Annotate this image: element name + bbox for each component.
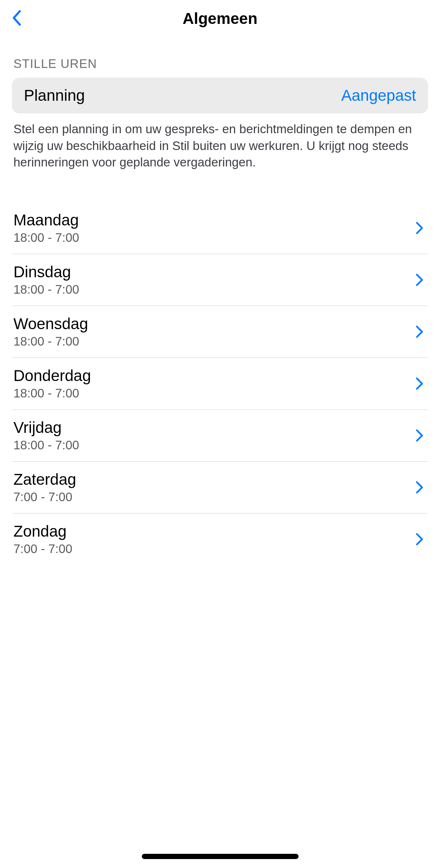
day-time: 18:00 - 7:00: [13, 334, 88, 349]
day-time: 18:00 - 7:00: [13, 386, 91, 400]
planning-row[interactable]: Planning Aangepast: [12, 78, 428, 113]
day-name: Zondag: [13, 522, 72, 540]
day-info: Woensdag 18:00 - 7:00: [13, 315, 88, 349]
planning-label: Planning: [24, 87, 85, 104]
chevron-right-icon: [415, 221, 424, 235]
day-time: 18:00 - 7:00: [13, 438, 79, 452]
days-list: Maandag 18:00 - 7:00 Dinsdag 18:00 - 7:0…: [12, 202, 428, 565]
chevron-right-icon: [415, 325, 424, 338]
day-info: Maandag 18:00 - 7:00: [13, 211, 79, 245]
chevron-right-icon: [415, 377, 424, 390]
day-row-thursday[interactable]: Donderdag 18:00 - 7:00: [12, 358, 428, 410]
day-name: Dinsdag: [13, 263, 79, 281]
section-description: Stel een planning in om uw gespreks- en …: [13, 121, 413, 171]
day-name: Zaterdag: [13, 471, 76, 488]
page-title: Algemeen: [182, 10, 258, 28]
chevron-right-icon: [415, 429, 424, 442]
day-time: 7:00 - 7:00: [13, 490, 76, 504]
day-name: Donderdag: [13, 367, 91, 385]
chevron-right-icon: [415, 481, 424, 494]
day-info: Donderdag 18:00 - 7:00: [13, 367, 91, 400]
day-time: 18:00 - 7:00: [13, 231, 79, 245]
section-header: STILLE UREN: [13, 57, 428, 71]
day-name: Woensdag: [13, 315, 88, 333]
header: Algemeen: [0, 0, 440, 37]
day-row-tuesday[interactable]: Dinsdag 18:00 - 7:00: [12, 254, 428, 306]
day-info: Zaterdag 7:00 - 7:00: [13, 471, 76, 504]
day-row-saturday[interactable]: Zaterdag 7:00 - 7:00: [12, 462, 428, 513]
planning-value: Aangepast: [341, 87, 416, 104]
day-time: 7:00 - 7:00: [13, 542, 72, 556]
home-indicator: [142, 854, 299, 859]
day-row-sunday[interactable]: Zondag 7:00 - 7:00: [12, 513, 428, 565]
day-row-wednesday[interactable]: Woensdag 18:00 - 7:00: [12, 306, 428, 358]
day-name: Maandag: [13, 211, 79, 229]
day-row-friday[interactable]: Vrijdag 18:00 - 7:00: [12, 410, 428, 462]
chevron-left-icon: [12, 10, 23, 28]
day-info: Vrijdag 18:00 - 7:00: [13, 419, 79, 452]
chevron-right-icon: [415, 533, 424, 546]
day-name: Vrijdag: [13, 419, 79, 437]
day-info: Dinsdag 18:00 - 7:00: [13, 263, 79, 297]
day-info: Zondag 7:00 - 7:00: [13, 522, 72, 556]
back-button[interactable]: [9, 10, 25, 27]
day-time: 18:00 - 7:00: [13, 282, 79, 297]
chevron-right-icon: [415, 273, 424, 287]
day-row-monday[interactable]: Maandag 18:00 - 7:00: [12, 202, 428, 254]
